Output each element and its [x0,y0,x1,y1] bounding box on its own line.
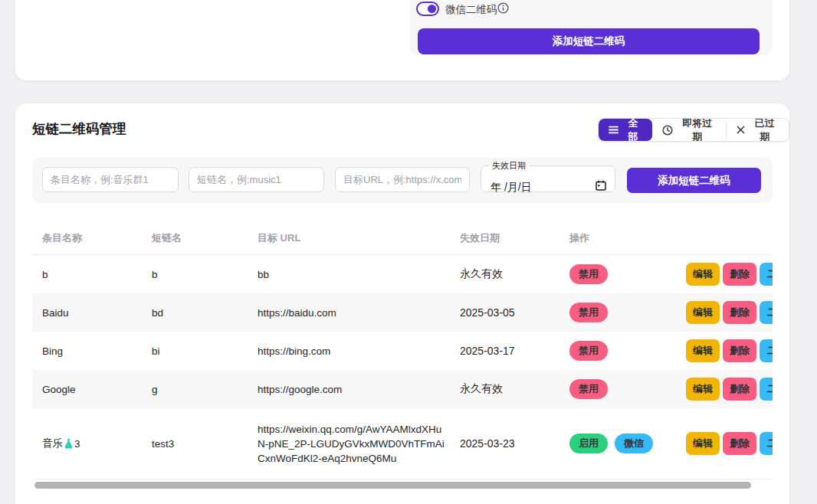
table-header-row: 条目名称 短链名 目标 URL 失效日期 操作 [32,222,773,255]
target-url: https://baidu.com [258,306,460,320]
status-disabled-badge[interactable]: 禁用 [569,341,608,361]
entry-name: Bing [42,345,152,357]
info-icon[interactable] [497,2,509,14]
shortlink-name: g [152,384,258,395]
wechat-tag-badge: 微信 [615,434,653,453]
table-row: 音乐 3 test3 https://weixin.qq.com/g/AwYAA… [32,408,773,479]
list-icon [609,126,618,134]
expire-date: 2025-03-23 [460,437,569,450]
table-row: b b bb 永久有效 禁用 编辑 删除 二维码 [32,255,773,293]
shortlink-manager-card: 短链二维码管理 全部 即将过期 已过期 失效日期 年 /月 [15,103,789,504]
status-disabled-badge[interactable]: 禁用 [569,264,608,284]
filter-upcoming-label: 即将过期 [678,118,716,142]
expire-date: 永久有效 [460,267,569,281]
expiry-filter-group: 全部 即将过期 已过期 [598,118,789,142]
filter-expired-button[interactable]: 已过期 [727,119,789,141]
col-header-name: 条目名称 [42,231,152,245]
toggle-knob [428,5,436,13]
expire-date: 永久有效 [460,382,569,396]
delete-button[interactable]: 删除 [723,263,756,286]
filter-all-button[interactable]: 全部 [599,119,652,141]
expire-date: 2025-03-05 [460,306,569,319]
page-title: 短链二维码管理 [32,119,126,138]
table-row: Google g https://google.com 永久有效 禁用 编辑 删… [32,370,773,408]
shortlink-name: test3 [152,438,258,450]
qrcode-button[interactable]: 二维码 [760,263,773,286]
x-icon [737,126,745,134]
delete-button[interactable]: 删除 [723,339,756,362]
status-disabled-badge[interactable]: 禁用 [569,303,608,322]
wechat-qrcode-toggle-label: 微信二维码 [445,3,497,17]
wechat-qrcode-toggle[interactable] [416,2,439,16]
shortlink-name: bd [152,307,258,319]
target-url: https://google.com [258,382,460,397]
entry-name: 音乐 3 [42,437,152,450]
edit-button[interactable]: 编辑 [686,378,720,401]
target-url: https://weixin.qq.com/g/AwYAAMlxdXHuN-pN… [258,422,460,466]
qrcode-button[interactable]: 二维码 [760,378,773,401]
entry-name: Baidu [42,307,152,319]
table-row: Bing bi https://bing.com 2025-03-17 禁用 编… [32,332,773,370]
qrcode-button[interactable]: 二维码 [760,301,773,324]
filter-panel: 失效日期 年 /月/日 添加短链二维码 [32,157,773,203]
qrcode-button[interactable]: 二维码 [760,339,773,362]
add-shortlink-qrcode-button[interactable]: 添加短链二维码 [418,28,760,54]
delete-button[interactable]: 删除 [723,378,756,401]
table-row: Baidu bd https://baidu.com 2025-03-05 禁用… [32,293,773,332]
target-url: https://bing.com [258,344,460,358]
edit-button[interactable]: 编辑 [686,432,720,455]
flask-icon [64,438,74,449]
col-header-url: 目标 URL [258,231,460,245]
wechat-qrcode-card: 微信二维码 添加短链二维码 [15,0,789,80]
horizontal-scrollbar[interactable] [34,482,751,489]
entry-name-suffix: 3 [74,438,80,450]
target-url-input[interactable] [335,167,470,192]
qrcode-button[interactable]: 二维码 [760,432,773,455]
edit-button[interactable]: 编辑 [686,301,720,324]
filter-expired-label: 已过期 [750,118,779,142]
entry-name: Google [42,384,152,395]
expiry-date-input[interactable]: 失效日期 年 /月/日 [481,160,615,192]
filter-upcoming-button[interactable]: 即将过期 [652,119,726,141]
entry-name-input[interactable] [42,167,179,192]
delete-button[interactable]: 删除 [723,301,756,324]
edit-button[interactable]: 编辑 [686,263,720,286]
col-header-slug: 短链名 [152,231,258,245]
expiry-date-label: 失效日期 [489,160,529,172]
delete-button[interactable]: 删除 [723,432,756,455]
shortlink-name: bi [152,345,258,357]
shortlink-name-input[interactable] [189,167,324,192]
col-header-expire: 失效日期 [460,231,569,245]
status-disabled-badge[interactable]: 禁用 [569,379,608,399]
add-shortlink-qrcode-button-2[interactable]: 添加短链二维码 [627,168,761,193]
shortlink-table: 条目名称 短链名 目标 URL 失效日期 操作 b b bb 永久有效 禁用 编… [32,222,773,483]
expire-date: 2025-03-17 [460,345,569,357]
filter-all-label: 全部 [624,118,642,142]
col-header-actions: 操作 [569,231,686,245]
status-enabled-badge[interactable]: 启用 [569,434,608,453]
shortlink-name: b [152,269,258,280]
clock-icon [662,125,673,136]
edit-button[interactable]: 编辑 [686,339,720,362]
expiry-date-value: 年 /月/日 [491,181,532,195]
calendar-icon[interactable] [596,180,606,191]
entry-name-text: 音乐 [42,437,63,450]
entry-name: b [42,269,152,280]
target-url: bb [258,267,460,282]
